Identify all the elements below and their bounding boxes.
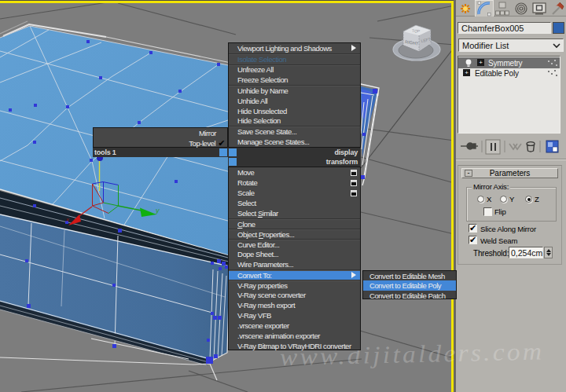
- svg-text:y: y: [155, 207, 160, 214]
- svg-text:TOP: TOP: [412, 28, 421, 34]
